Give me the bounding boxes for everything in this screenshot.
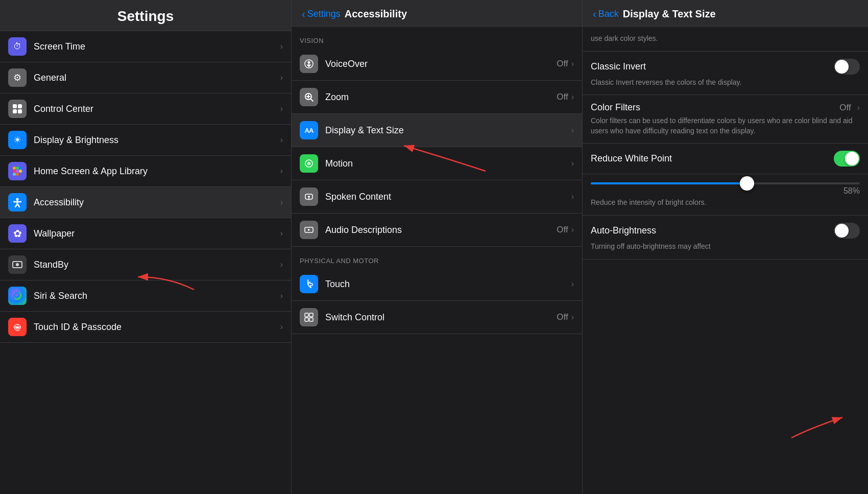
back-button[interactable]: ‹ Back <box>593 8 619 20</box>
color-filters-item[interactable]: Color Filters Off › Color filters can be… <box>583 95 868 144</box>
chevron-icon: › <box>280 42 283 51</box>
settings-item-siri[interactable]: Siri & Search › <box>0 280 291 312</box>
audio-descriptions-label: Audio Descriptions <box>325 225 557 236</box>
settings-item-touch-id[interactable]: Touch ID & Passcode › <box>0 312 291 343</box>
settings-item-standby[interactable]: StandBy › <box>0 249 291 280</box>
accessibility-title: Accessibility <box>345 8 407 20</box>
chevron-icon: › <box>280 291 283 300</box>
svg-point-4 <box>13 167 16 170</box>
svg-rect-34 <box>305 313 308 317</box>
classic-invert-label: Classic Invert <box>591 61 646 72</box>
color-filters-row: Color Filters Off › <box>591 102 860 113</box>
voiceover-label: VoiceOver <box>325 59 557 69</box>
touch-label: Touch <box>325 279 571 290</box>
reduce-white-point-desc: Reduce the intensity of bright colors. <box>591 198 860 208</box>
chevron-icon: › <box>280 167 283 176</box>
toggle-knob <box>845 152 859 166</box>
home-screen-label: Home Screen & App Library <box>34 166 280 177</box>
zoom-value: Off <box>557 92 568 102</box>
svg-rect-36 <box>305 318 308 321</box>
color-filters-value: Off <box>839 103 851 113</box>
toggle-knob <box>835 224 849 238</box>
settings-item-home-screen[interactable]: Home Screen & App Library › <box>0 156 291 187</box>
chevron-icon: › <box>280 104 283 113</box>
accessibility-icon <box>8 193 27 211</box>
display-text-size-title: Display & Text Size <box>623 8 716 20</box>
switch-control-value: Off <box>557 312 568 322</box>
settings-item-wallpaper[interactable]: ✿ Wallpaper › <box>0 218 291 249</box>
svg-rect-37 <box>309 318 313 321</box>
chevron-icon: › <box>571 159 574 168</box>
control-center-label: Control Center <box>34 104 280 114</box>
svg-rect-3 <box>18 109 22 113</box>
acc-item-zoom[interactable]: Zoom Off › <box>292 81 582 114</box>
display-text-size-content: use dark color styles. Classic Invert Cl… <box>583 27 868 494</box>
svg-point-30 <box>308 163 309 164</box>
vision-section-header: VISION <box>292 27 582 48</box>
chevron-icon: › <box>571 92 574 102</box>
svg-point-5 <box>16 167 19 170</box>
classic-invert-toggle[interactable] <box>834 59 860 75</box>
touch-id-icon <box>8 318 27 336</box>
screen-time-label: Screen Time <box>34 41 280 52</box>
chevron-icon: › <box>571 279 574 289</box>
reduce-white-point-item: Reduce White Point <box>583 144 868 174</box>
auto-brightness-item: Auto-Brightness Turning off auto-brightn… <box>583 216 868 260</box>
back-label: Back <box>598 9 619 19</box>
spoken-content-label: Spoken Content <box>325 192 571 202</box>
slider-thumb[interactable] <box>740 176 754 191</box>
slider-percent: 58% <box>591 184 860 196</box>
settings-title: Settings <box>10 8 281 25</box>
acc-item-voiceover[interactable]: VoiceOver Off › <box>292 48 582 81</box>
classic-invert-desc: Classic Invert reverses the colors of th… <box>591 78 860 88</box>
slider-fill <box>591 182 747 184</box>
color-filters-label: Color Filters <box>591 102 640 113</box>
toggle-knob <box>835 60 849 74</box>
svg-rect-0 <box>13 104 17 108</box>
reduce-white-point-toggle[interactable] <box>834 151 860 167</box>
settings-item-display-brightness[interactable]: ☀ Display & Brightness › <box>0 125 291 156</box>
svg-rect-35 <box>309 313 313 317</box>
svg-point-18 <box>16 263 19 266</box>
chevron-icon: › <box>571 59 574 68</box>
back-label: Settings <box>307 9 341 19</box>
settings-item-screen-time[interactable]: ⏱ Screen Time › <box>0 31 291 62</box>
accessibility-label: Accessibility <box>34 197 280 208</box>
standby-icon <box>8 255 27 274</box>
display-brightness-label: Display & Brightness <box>34 135 280 146</box>
intro-text: use dark color styles. <box>583 27 868 52</box>
voiceover-icon <box>300 55 318 73</box>
svg-point-9 <box>19 170 22 173</box>
touch-id-label: Touch ID & Passcode <box>34 322 280 333</box>
back-button[interactable]: ‹ Settings <box>302 8 341 20</box>
settings-item-control-center[interactable]: Control Center › <box>0 93 291 125</box>
chevron-icon: › <box>280 322 283 332</box>
spoken-content-icon <box>300 187 318 206</box>
acc-item-switch-control[interactable]: Switch Control Off › <box>292 301 582 334</box>
svg-point-32 <box>308 196 310 198</box>
accessibility-panel: ‹ Settings Accessibility VISION VoiceOve… <box>292 0 583 494</box>
auto-brightness-toggle[interactable] <box>834 223 860 239</box>
settings-item-accessibility[interactable]: Accessibility › <box>0 187 291 218</box>
chevron-icon: › <box>571 225 574 234</box>
back-chevron-icon: ‹ <box>593 8 596 20</box>
general-label: General <box>34 73 280 83</box>
reduce-white-point-row: Reduce White Point <box>591 151 860 167</box>
classic-invert-row: Classic Invert <box>591 59 860 75</box>
acc-item-display-text-size[interactable]: AA Display & Text Size › <box>292 114 582 147</box>
settings-item-general[interactable]: ⚙ General › <box>0 62 291 93</box>
svg-point-22 <box>308 61 310 64</box>
chevron-icon: › <box>571 192 574 201</box>
reduce-white-point-label: Reduce White Point <box>591 153 672 164</box>
acc-item-touch[interactable]: Touch › <box>292 268 582 301</box>
display-text-size-icon: AA <box>300 121 318 139</box>
svg-point-20 <box>16 326 18 328</box>
settings-header: Settings <box>0 0 291 31</box>
acc-item-motion[interactable]: Motion › <box>292 147 582 180</box>
zoom-icon <box>300 88 318 106</box>
reduce-white-point-slider-container: 58% Reduce the intensity of bright color… <box>583 174 868 216</box>
switch-control-label: Switch Control <box>325 312 557 323</box>
settings-list: ⏱ Screen Time › ⚙ General › Control Cent… <box>0 31 291 494</box>
acc-item-spoken-content[interactable]: Spoken Content › <box>292 180 582 214</box>
acc-item-audio-descriptions[interactable]: Audio Descriptions Off › <box>292 214 582 247</box>
